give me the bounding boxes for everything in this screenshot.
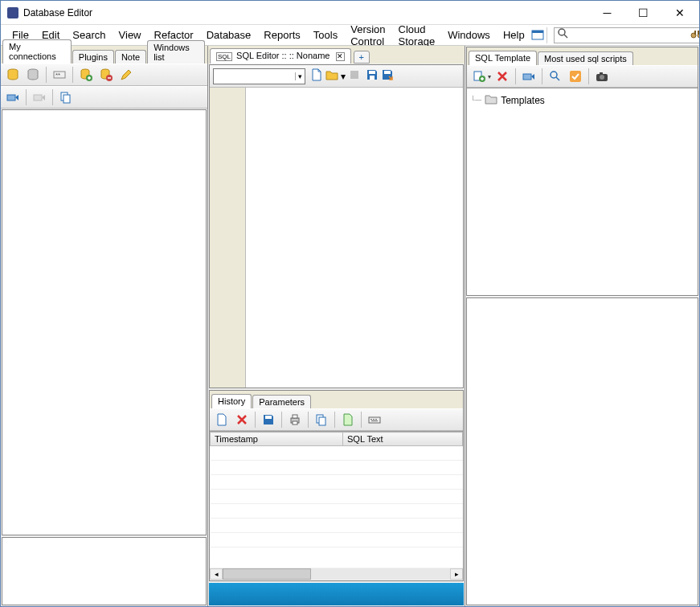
- database-grey-icon[interactable]: [24, 66, 42, 84]
- sql-badge-icon: SQL: [216, 52, 232, 61]
- menu-view[interactable]: View: [113, 27, 148, 43]
- check-icon[interactable]: [567, 68, 584, 85]
- remove-icon[interactable]: [97, 66, 115, 84]
- tree-node-templates[interactable]: └─ Templates: [470, 92, 694, 109]
- table-row[interactable]: [211, 461, 463, 475]
- history-table-wrap: Timestamp SQL Text ◂: [210, 431, 463, 580]
- sql-editor-zone: ▾ ▾: [209, 64, 464, 388]
- history-table[interactable]: Timestamp SQL Text: [210, 432, 463, 548]
- template-tree[interactable]: └─ Templates: [467, 88, 698, 295]
- table-row[interactable]: [211, 475, 463, 490]
- connection-dropdown[interactable]: ▾: [213, 68, 305, 84]
- copy-icon[interactable]: [57, 88, 75, 106]
- history-delete-icon[interactable]: [233, 411, 251, 429]
- minimize-button[interactable]: ─: [589, 2, 625, 24]
- tab-my-connections[interactable]: My connections: [2, 39, 72, 64]
- table-row[interactable]: [211, 533, 463, 548]
- center-panel: SQL SQL Editor :: :: Noname ✕ + ▾ ▾: [208, 46, 465, 606]
- svg-rect-16: [7, 95, 15, 100]
- editor-toolbar: ▾ ▾: [210, 65, 463, 88]
- scroll-thumb[interactable]: [223, 568, 311, 580]
- camera-icon[interactable]: [593, 68, 611, 85]
- sql-text-area[interactable]: [246, 88, 463, 388]
- table-row[interactable]: [211, 490, 463, 504]
- tab-note[interactable]: Note: [115, 50, 146, 64]
- tab-sql-template[interactable]: SQL Template: [469, 51, 537, 65]
- right-tab-strip: SQL Template Most used sql scripts: [467, 47, 698, 65]
- menu-database[interactable]: Database: [200, 27, 258, 43]
- table-row[interactable]: [211, 519, 463, 533]
- tree-root-label: Templates: [501, 95, 545, 106]
- status-bluebar: [209, 583, 464, 605]
- new-template-dropdown[interactable]: ▾: [488, 73, 491, 80]
- svg-rect-20: [350, 71, 358, 79]
- svg-rect-27: [293, 421, 297, 424]
- pencil-icon[interactable]: [117, 66, 135, 84]
- disconnect-icon[interactable]: [31, 88, 48, 106]
- search-template-icon[interactable]: [546, 68, 564, 85]
- svg-rect-19: [63, 95, 70, 103]
- connect-icon[interactable]: [4, 88, 22, 106]
- left-bottom-panel[interactable]: [2, 537, 207, 605]
- maximize-button[interactable]: ☐: [625, 2, 661, 24]
- svg-rect-31: [370, 419, 372, 420]
- right-bottom-panel[interactable]: [466, 297, 698, 605]
- history-export-icon[interactable]: [339, 411, 357, 429]
- tab-plugins[interactable]: Plugins: [72, 50, 114, 64]
- folder-icon: [485, 92, 497, 108]
- col-sqltext[interactable]: SQL Text: [343, 433, 463, 446]
- connections-tree[interactable]: [2, 109, 207, 535]
- svg-rect-32: [373, 419, 375, 420]
- tab-sql-editor[interactable]: SQL SQL Editor :: :: Noname ✕: [210, 48, 351, 64]
- sql-gutter: [210, 88, 246, 388]
- binoculars-icon[interactable]: [690, 27, 700, 43]
- sql-editor-body[interactable]: [210, 88, 463, 388]
- svg-rect-21: [369, 71, 375, 74]
- history-keyboard-icon[interactable]: [366, 411, 383, 429]
- refresh-icon[interactable]: [520, 68, 538, 85]
- tab-most-used[interactable]: Most used sql scripts: [538, 51, 633, 65]
- open-dropdown-arrow[interactable]: ▾: [341, 71, 346, 82]
- col-timestamp[interactable]: Timestamp: [211, 433, 343, 446]
- svg-point-2: [559, 29, 565, 35]
- search-input[interactable]: [570, 30, 690, 41]
- history-print-icon[interactable]: [286, 411, 304, 429]
- history-copy-icon[interactable]: [313, 411, 330, 429]
- save-icon[interactable]: [366, 68, 379, 84]
- window-icon[interactable]: [531, 29, 543, 41]
- close-tab-icon[interactable]: ✕: [336, 52, 345, 61]
- table-row[interactable]: [211, 446, 463, 461]
- tab-windows-list[interactable]: Windows list: [147, 40, 205, 64]
- new-template-icon[interactable]: [470, 68, 488, 85]
- add-icon[interactable]: [77, 66, 95, 84]
- remove-template-icon[interactable]: [493, 68, 511, 85]
- history-scrollbar[interactable]: ◂ ▸: [210, 568, 463, 580]
- add-tab-button[interactable]: +: [354, 51, 370, 64]
- history-save-icon[interactable]: [260, 411, 277, 429]
- menu-reports[interactable]: Reports: [257, 27, 307, 43]
- table-row[interactable]: [211, 504, 463, 519]
- svg-rect-6: [694, 31, 696, 35]
- svg-rect-43: [600, 72, 603, 75]
- svg-rect-23: [384, 71, 391, 74]
- svg-rect-34: [371, 420, 378, 421]
- database-icon[interactable]: [4, 66, 22, 84]
- menu-tools[interactable]: Tools: [307, 27, 344, 43]
- new-doc-icon[interactable]: [310, 68, 323, 84]
- menu-search-box[interactable]: [554, 27, 700, 43]
- history-new-icon[interactable]: [213, 411, 231, 429]
- scroll-right-arrow[interactable]: ▸: [450, 568, 463, 580]
- tab-history[interactable]: History: [211, 394, 252, 408]
- asterisk-icon[interactable]: **: [51, 66, 68, 84]
- menu-help[interactable]: Help: [497, 27, 531, 43]
- close-button[interactable]: ✕: [661, 2, 698, 24]
- open-folder-icon[interactable]: [325, 68, 338, 84]
- svg-line-3: [564, 35, 567, 38]
- menu-search[interactable]: Search: [66, 27, 112, 43]
- template-toolbar: ▾: [467, 65, 698, 88]
- save-as-icon[interactable]: [381, 68, 394, 84]
- scroll-left-arrow[interactable]: ◂: [210, 568, 223, 580]
- tab-parameters[interactable]: Parameters: [252, 395, 311, 408]
- stop-icon[interactable]: [348, 68, 361, 84]
- menu-windows[interactable]: Windows: [441, 27, 497, 43]
